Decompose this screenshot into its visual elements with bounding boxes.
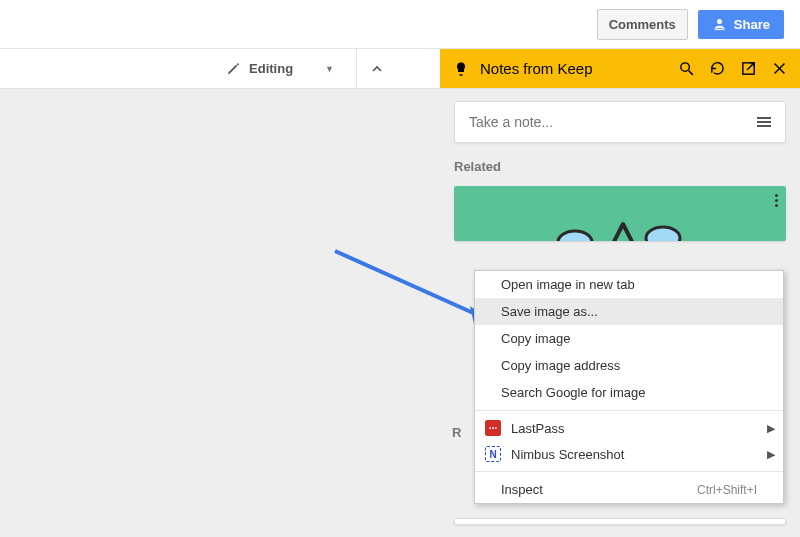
cm-save-image-as[interactable]: Save image as... [475,298,783,325]
cm-inspect-shortcut: Ctrl+Shift+I [697,483,757,497]
comments-button[interactable]: Comments [597,9,688,40]
keep-title-label: Notes from Keep [480,60,593,77]
card-menu-icon[interactable] [775,194,778,207]
close-icon[interactable] [771,60,788,77]
svg-line-15 [335,251,480,316]
cm-lastpass[interactable]: ··· LastPass ▶ [475,415,783,441]
refresh-icon[interactable] [709,60,726,77]
nimbus-icon: N [485,446,501,462]
cm-open-new-tab[interactable]: Open image in new tab [475,271,783,298]
r-label: R [452,425,461,440]
svg-line-3 [689,71,693,75]
submenu-arrow-icon: ▶ [767,422,775,435]
svg-point-0 [717,18,722,23]
share-button[interactable]: Share [698,10,784,39]
editing-label: Editing [249,61,293,76]
svg-point-2 [681,63,690,72]
share-label: Share [734,17,770,32]
card-illustration [545,214,695,241]
pencil-icon [226,61,241,76]
editing-mode-button[interactable]: Editing ▼ [216,55,344,82]
cm-inspect[interactable]: Inspect Ctrl+Shift+I [475,476,783,503]
collapse-up-button[interactable] [356,49,397,88]
share-icon [712,17,727,32]
cm-nimbus-label: Nimbus Screenshot [511,447,624,462]
keep-panel-header: Notes from Keep [440,49,800,88]
list-icon[interactable] [757,117,771,127]
svg-point-11 [646,227,680,241]
svg-point-7 [558,231,592,241]
take-note-input[interactable] [454,101,786,143]
note-text-field[interactable] [469,114,757,130]
keep-note-card-2[interactable] [454,518,786,525]
lastpass-icon: ··· [485,420,501,436]
search-icon[interactable] [678,60,695,77]
cm-inspect-label: Inspect [501,482,543,497]
cm-separator [475,410,783,411]
chevron-up-icon [369,61,385,77]
context-menu: Open image in new tab Save image as... C… [474,270,784,504]
bulb-icon [452,60,470,78]
cm-search-google[interactable]: Search Google for image [475,379,783,406]
cm-copy-address[interactable]: Copy image address [475,352,783,379]
cm-lastpass-label: LastPass [511,421,564,436]
related-label: Related [454,159,786,174]
open-external-icon[interactable] [740,60,757,77]
keep-note-card[interactable] [454,186,786,241]
cm-separator [475,471,783,472]
chevron-down-icon: ▼ [325,64,334,74]
submenu-arrow-icon: ▶ [767,448,775,461]
cm-copy-image[interactable]: Copy image [475,325,783,352]
cm-nimbus[interactable]: N Nimbus Screenshot ▶ [475,441,783,467]
